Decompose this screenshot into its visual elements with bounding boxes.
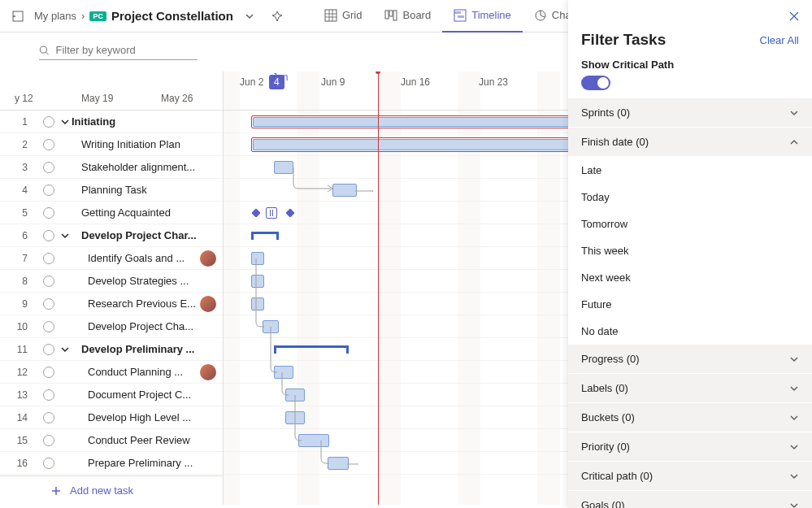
task-row[interactable]: 9Research Previous E...: [0, 293, 223, 315]
filter-option[interactable]: Today: [568, 184, 812, 211]
milestone[interactable]: [285, 208, 294, 217]
breadcrumb-root[interactable]: My plans: [34, 10, 76, 22]
task-checkbox[interactable]: [39, 139, 59, 150]
gantt-summary-bar[interactable]: [274, 345, 349, 354]
task-title[interactable]: Stakeholder alignment...: [72, 161, 216, 173]
task-checkbox[interactable]: [39, 253, 59, 264]
tab-timeline[interactable]: Timeline: [442, 0, 523, 33]
expand-toggle[interactable]: [59, 118, 72, 126]
plan-title[interactable]: Project Constellation: [111, 9, 233, 23]
task-checkbox[interactable]: [39, 230, 59, 241]
task-row[interactable]: 7Identify Goals and ...: [0, 247, 223, 270]
gantt-summary-bar[interactable]: [251, 232, 279, 240]
filter-section-progress[interactable]: Progress (0): [568, 345, 812, 374]
task-row[interactable]: 16Prepare Preliminary ...: [0, 452, 223, 475]
task-row[interactable]: 5Getting Acquainted: [0, 202, 223, 224]
filter-option[interactable]: This week: [568, 237, 812, 264]
filter-section-priority[interactable]: Priority (0): [568, 432, 812, 462]
milestone[interactable]: [266, 207, 277, 219]
back-button[interactable]: [7, 5, 29, 28]
task-title[interactable]: Develop Strategies ...: [72, 275, 216, 287]
task-title[interactable]: Writing Initiation Plan: [72, 138, 216, 150]
critical-path-toggle[interactable]: [581, 76, 610, 90]
close-icon: [788, 11, 800, 22]
svg-point-12: [40, 46, 46, 53]
assignee-avatar[interactable]: [200, 364, 216, 380]
task-title[interactable]: Research Previous E...: [72, 297, 197, 310]
row-number: 11: [0, 344, 39, 355]
filter-option[interactable]: Future: [568, 291, 812, 318]
expand-toggle[interactable]: [59, 232, 72, 240]
milestone[interactable]: [251, 208, 260, 217]
search-input[interactable]: [39, 44, 198, 60]
filter-section-goals[interactable]: Goals (0): [568, 491, 812, 508]
task-checkbox[interactable]: [39, 116, 59, 128]
filter-section-critical-path[interactable]: Critical path (0): [568, 462, 812, 491]
task-title[interactable]: Develop High Level ...: [72, 411, 216, 423]
svg-rect-3: [389, 11, 393, 16]
add-task-button[interactable]: Add new task: [0, 475, 223, 505]
task-row[interactable]: 4Planning Task: [0, 179, 223, 202]
task-checkbox[interactable]: [39, 321, 59, 332]
task-title[interactable]: Getting Acquainted: [72, 206, 216, 219]
task-row[interactable]: 3Stakeholder alignment...: [0, 156, 223, 179]
task-checkbox[interactable]: [39, 298, 59, 310]
task-checkbox[interactable]: [39, 185, 59, 196]
filter-section-buckets[interactable]: Buckets (0): [568, 403, 812, 432]
task-checkbox[interactable]: [39, 344, 59, 355]
task-row[interactable]: 1Initiating: [0, 111, 223, 133]
filter-section-sprints[interactable]: Sprints (0): [568, 98, 812, 128]
row-number: 4: [0, 185, 39, 196]
today-line: [378, 72, 379, 505]
task-checkbox[interactable]: [39, 276, 59, 287]
task-checkbox[interactable]: [39, 162, 59, 173]
task-row[interactable]: 10Develop Project Cha...: [0, 315, 223, 338]
task-row[interactable]: 6Develop Project Char...: [0, 224, 223, 247]
task-title[interactable]: Document Project C...: [72, 389, 216, 401]
task-list-pane: y 12 May 19 May 26 1Initiating2Writing I…: [0, 72, 224, 505]
gantt-bar[interactable]: [274, 161, 293, 174]
assignee-avatar[interactable]: [200, 250, 216, 267]
task-row[interactable]: 8Develop Strategies ...: [0, 270, 223, 293]
filter-option[interactable]: Late: [568, 157, 812, 184]
row-number: 10: [0, 321, 39, 332]
gantt-bar[interactable]: [332, 184, 357, 197]
task-checkbox[interactable]: [39, 367, 59, 378]
task-title[interactable]: Conduct Peer Review: [72, 434, 216, 446]
chevron-down-icon: [789, 108, 799, 118]
filter-option[interactable]: No date: [568, 318, 812, 345]
task-title[interactable]: Develop Project Cha...: [72, 320, 216, 332]
task-row[interactable]: 2Writing Initiation Plan: [0, 133, 223, 156]
filter-section-labels[interactable]: Labels (0): [568, 374, 812, 403]
expand-toggle[interactable]: [59, 345, 72, 354]
plan-dropdown[interactable]: [238, 5, 261, 28]
row-number: 13: [0, 389, 39, 401]
chevron-down-icon: [789, 384, 799, 393]
task-row[interactable]: 13Document Project C...: [0, 384, 223, 406]
task-title[interactable]: Prepare Preliminary ...: [72, 457, 216, 469]
assignee-avatar[interactable]: [200, 296, 216, 312]
task-title[interactable]: Planning Task: [72, 184, 216, 196]
tab-grid[interactable]: Grid: [313, 0, 374, 33]
task-checkbox[interactable]: [39, 207, 59, 219]
task-checkbox[interactable]: [39, 412, 59, 423]
close-button[interactable]: [783, 5, 805, 28]
task-checkbox[interactable]: [39, 458, 59, 469]
filter-option[interactable]: Tomorrow: [568, 211, 812, 237]
task-title[interactable]: Develop Project Char...: [72, 229, 216, 241]
tab-board[interactable]: Board: [373, 0, 442, 33]
task-checkbox[interactable]: [39, 435, 59, 446]
task-row[interactable]: 11Develop Preliminary ...: [0, 338, 223, 361]
task-checkbox[interactable]: [39, 389, 59, 401]
task-title[interactable]: Develop Preliminary ...: [72, 343, 216, 355]
task-title[interactable]: Identify Goals and ...: [72, 252, 197, 264]
filter-section-finish-date[interactable]: Finish date (0): [568, 128, 812, 157]
task-title[interactable]: Conduct Planning ...: [72, 366, 197, 378]
task-row[interactable]: 15Conduct Peer Review: [0, 429, 223, 452]
filter-option[interactable]: Next week: [568, 264, 812, 291]
pin-button[interactable]: [266, 5, 289, 28]
clear-all-button[interactable]: Clear All: [760, 34, 799, 46]
task-title[interactable]: Initiating: [72, 115, 216, 128]
task-row[interactable]: 12Conduct Planning ...: [0, 361, 223, 384]
task-row[interactable]: 14Develop High Level ...: [0, 406, 223, 429]
